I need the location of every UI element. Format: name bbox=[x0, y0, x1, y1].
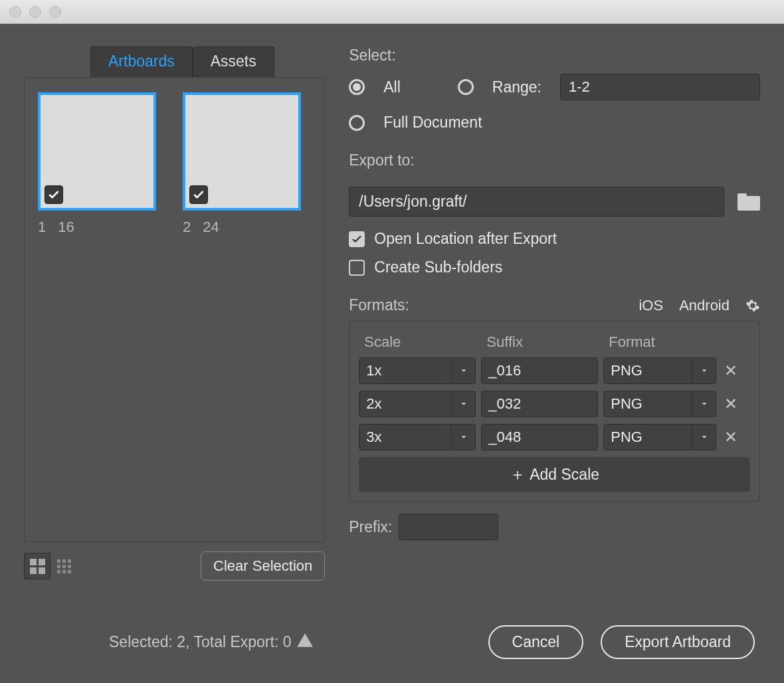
zoom-window-icon[interactable] bbox=[49, 6, 61, 18]
suffix-input[interactable] bbox=[481, 424, 598, 450]
formats-box: Scale Suffix Format ✕ bbox=[349, 321, 760, 502]
export-dialog: Artboards Assets 116 bbox=[0, 0, 784, 683]
tab-assets[interactable]: Assets bbox=[193, 47, 274, 77]
remove-row-icon[interactable]: ✕ bbox=[722, 428, 740, 446]
artboard-label: 116 bbox=[38, 219, 156, 236]
format-dropdown-icon[interactable] bbox=[692, 357, 716, 384]
clear-selection-button[interactable]: Clear Selection bbox=[201, 551, 325, 581]
formats-label: Formats: bbox=[349, 296, 409, 314]
close-window-icon[interactable] bbox=[9, 6, 21, 18]
header-suffix: Suffix bbox=[486, 334, 609, 351]
format-row: ✕ bbox=[359, 357, 750, 384]
format-row: ✕ bbox=[359, 391, 750, 417]
scale-dropdown-icon[interactable] bbox=[452, 357, 476, 384]
preset-android-button[interactable]: Android bbox=[679, 297, 730, 314]
format-input[interactable] bbox=[603, 391, 692, 417]
create-subfolders-checkbox[interactable] bbox=[349, 260, 365, 276]
suffix-input[interactable] bbox=[481, 391, 598, 417]
prefix-input[interactable] bbox=[399, 514, 498, 540]
format-dropdown-icon[interactable] bbox=[692, 424, 716, 450]
remove-row-icon[interactable]: ✕ bbox=[722, 361, 740, 380]
titlebar bbox=[0, 0, 784, 24]
artboard-thumbnail[interactable] bbox=[38, 92, 156, 211]
header-format: Format bbox=[609, 334, 722, 351]
scale-input[interactable] bbox=[359, 391, 452, 417]
plus-icon: ＋ bbox=[510, 465, 526, 483]
scale-input[interactable] bbox=[359, 357, 452, 384]
cancel-button[interactable]: Cancel bbox=[488, 625, 584, 659]
format-input[interactable] bbox=[603, 357, 692, 384]
status-text: Selected: 2, Total Export: 0 bbox=[109, 632, 314, 653]
scale-dropdown-icon[interactable] bbox=[452, 391, 476, 417]
range-input[interactable] bbox=[560, 74, 760, 100]
gear-icon[interactable] bbox=[745, 298, 760, 313]
radio-full-document-label: Full Document bbox=[383, 114, 482, 132]
format-dropdown-icon[interactable] bbox=[692, 391, 716, 417]
header-scale: Scale bbox=[364, 334, 486, 351]
grid-icon bbox=[30, 559, 45, 574]
list-view-button[interactable] bbox=[50, 553, 77, 579]
export-artboard-button[interactable]: Export Artboard bbox=[601, 625, 755, 659]
artboard-checkbox[interactable] bbox=[189, 185, 208, 204]
artboard-panel: 116 224 bbox=[24, 77, 325, 542]
export-path-input[interactable] bbox=[349, 187, 724, 217]
export-to-label: Export to: bbox=[349, 151, 760, 169]
radio-all-label: All bbox=[383, 78, 401, 96]
artboard-thumbnail[interactable] bbox=[183, 92, 301, 211]
open-location-checkbox[interactable] bbox=[349, 231, 365, 247]
prefix-label: Prefix: bbox=[349, 518, 392, 536]
radio-all[interactable] bbox=[349, 79, 365, 95]
artboard-label: 224 bbox=[183, 219, 301, 236]
format-input[interactable] bbox=[603, 424, 692, 450]
create-subfolders-label: Create Sub-folders bbox=[374, 258, 502, 276]
tab-artboards[interactable]: Artboards bbox=[90, 47, 193, 77]
grid-view-button[interactable] bbox=[24, 553, 50, 579]
radio-range[interactable] bbox=[458, 79, 474, 95]
browse-folder-icon[interactable] bbox=[737, 193, 760, 211]
artboard-checkbox[interactable] bbox=[45, 185, 63, 204]
scale-dropdown-icon[interactable] bbox=[452, 424, 476, 450]
radio-range-label: Range: bbox=[492, 78, 541, 96]
add-scale-button[interactable]: ＋Add Scale bbox=[359, 457, 750, 492]
list-icon bbox=[57, 559, 71, 573]
remove-row-icon[interactable]: ✕ bbox=[722, 395, 740, 413]
select-label: Select: bbox=[349, 47, 760, 64]
open-location-label: Open Location after Export bbox=[374, 230, 557, 248]
artboard-item[interactable]: 116 bbox=[38, 92, 156, 527]
radio-full-document[interactable] bbox=[349, 115, 365, 131]
scale-input[interactable] bbox=[359, 424, 452, 450]
suffix-input[interactable] bbox=[481, 357, 598, 384]
artboard-item[interactable]: 224 bbox=[183, 92, 301, 527]
format-row: ✕ bbox=[359, 424, 750, 450]
preset-ios-button[interactable]: iOS bbox=[638, 297, 663, 314]
warning-icon bbox=[296, 632, 314, 653]
minimize-window-icon[interactable] bbox=[29, 6, 41, 18]
